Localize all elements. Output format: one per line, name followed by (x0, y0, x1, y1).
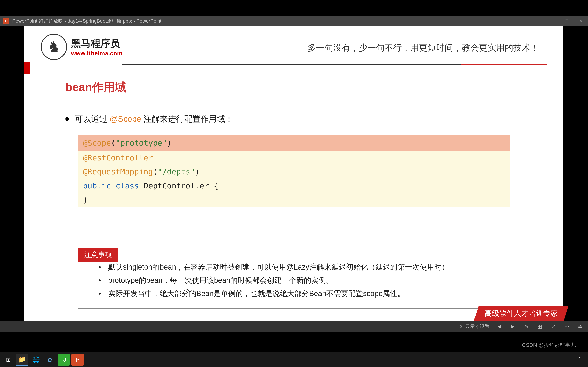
code-line-1: @Scope("prototype") (78, 135, 510, 151)
scope-annotation-token: @Scope (110, 114, 141, 123)
minimize-button[interactable]: — (545, 16, 559, 26)
logo-text-en: www.itheima.com (71, 50, 122, 57)
nav-prev-icon[interactable]: ◀ (496, 323, 503, 330)
logo-block: ♞ 黑马程序员 www.itheima.com (41, 34, 122, 60)
notes-box: 注意事项 默认singleton的bean，在容器启动时被创建，可以使用@Laz… (78, 248, 510, 309)
logo-text-zh: 黑马程序员 (71, 37, 122, 50)
nav-next-icon[interactable]: ▶ (509, 323, 517, 330)
ppt-titlebar: P PowerPoint 幻灯片放映 - day14-SpringBoot原理篇… (0, 16, 588, 26)
header-slogan: 多一句没有，少一句不行，用更短时间，教会更实用的技术！ (122, 42, 547, 53)
close-button[interactable]: ✕ (574, 16, 588, 26)
slide-canvas: ♞ 黑马程序员 www.itheima.com 多一句没有，少一句不行，用更短时… (25, 26, 563, 321)
footer-banner: 高级软件人才培训专家 (474, 306, 569, 321)
code-line-3: @RequestMapping("/depts") (78, 165, 510, 179)
code-line-5: } (78, 193, 510, 207)
display-settings-button[interactable]: ⎚ 显示器设置 (460, 323, 490, 330)
window-title: PowerPoint 幻灯片放映 - day14-SpringBoot原理篇.p… (12, 18, 162, 24)
chrome-icon[interactable]: 🌐 (30, 354, 42, 366)
ppt-statusbar: ⎚ 显示器设置 ◀ ▶ ✎ ▦ ⤢ ⋯ ⏏ (0, 321, 588, 332)
powerpoint-icon: P (3, 18, 9, 24)
code-block: @Scope("prototype") @RestController @Req… (78, 135, 510, 207)
intro-post: 注解来进行配置作用域： (141, 114, 233, 123)
note-item: prototype的bean，每一次使用该bean的时候都会创建一个新的实例。 (98, 274, 502, 287)
start-button[interactable]: ⊞ (2, 354, 14, 366)
end-show-icon[interactable]: ⏏ (577, 323, 584, 330)
intro-pre: 可以通过 (75, 114, 110, 123)
powerpoint-taskbar-icon[interactable]: P (71, 354, 84, 366)
horse-logo-icon: ♞ (41, 34, 67, 60)
note-item: 默认singleton的bean，在容器启动时被创建，可以使用@Lazy注解来延… (98, 261, 502, 274)
zoom-icon[interactable]: ⤢ (550, 323, 557, 330)
windows-taskbar[interactable]: ⊞ 📁 🌐 ✿ IJ P ˄ (0, 352, 588, 367)
tray-chevron-icon[interactable]: ˄ (574, 354, 586, 366)
maximize-button[interactable]: ▢ (559, 16, 574, 26)
pen-tool-icon[interactable]: ✎ (523, 323, 530, 330)
grid-view-icon[interactable]: ▦ (536, 323, 544, 330)
header-divider (122, 64, 547, 65)
app-icon[interactable]: ✿ (44, 354, 56, 366)
options-icon[interactable]: ⋯ (563, 323, 571, 330)
code-line-2: @RestController (78, 151, 510, 165)
csdn-watermark: CSDN @摸鱼那些事儿 (522, 342, 576, 349)
intro-bullet: 可以通过 @Scope 注解来进行配置作用域： (65, 113, 523, 125)
mouse-cursor-icon: ↖ (186, 287, 190, 293)
code-line-4: public class DeptController { (78, 179, 510, 193)
red-accent-mark (25, 62, 30, 74)
notes-label: 注意事项 (78, 248, 118, 262)
file-explorer-icon[interactable]: 📁 (16, 354, 28, 366)
note-item: 实际开发当中，绝大部分的Bean是单例的，也就是说绝大部分Bean不需要配置sc… (98, 287, 502, 300)
intellij-icon[interactable]: IJ (58, 354, 70, 366)
slide-title: bean作用域 (65, 80, 563, 95)
bullet-dot-icon (65, 117, 69, 121)
